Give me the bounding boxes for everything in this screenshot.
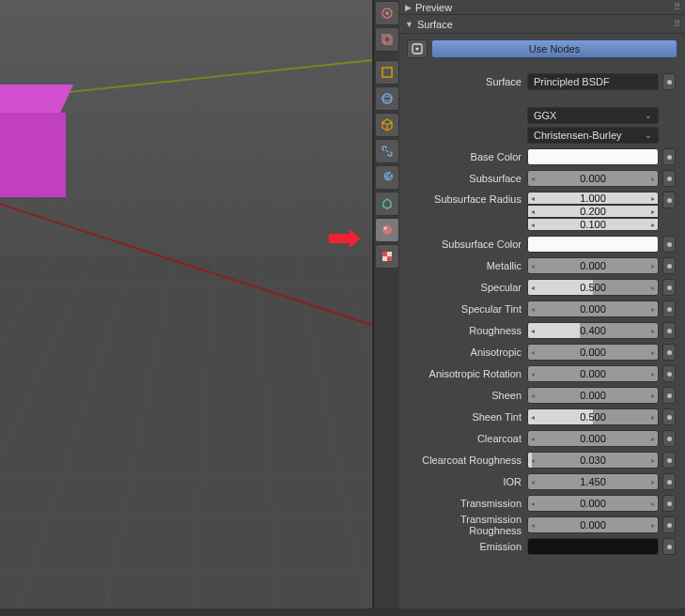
property-label: Specular — [409, 282, 527, 293]
chevron-right-icon: ▸ — [651, 262, 655, 270]
node-editor-button[interactable] — [407, 39, 428, 58]
svg-rect-3 — [384, 37, 392, 44]
chevron-left-icon: ◂ — [531, 305, 535, 314]
chevron-down-icon: ⌄ — [645, 131, 652, 140]
section-preview[interactable]: ▶ Preview ⠿ — [399, 0, 685, 15]
number-slider[interactable]: ◂0.500▸ — [527, 408, 659, 425]
number-slider[interactable]: ◂0.000▸ — [527, 257, 659, 274]
tab-constraints[interactable] — [375, 139, 399, 163]
number-slider[interactable]: ◂0.400▸ — [527, 322, 659, 339]
svg-rect-8 — [382, 252, 387, 256]
grip-icon[interactable]: ⠿ — [674, 19, 681, 29]
property-row: Transmission Roughness◂0.000▸ — [409, 516, 676, 533]
property-row: Clearcoat◂0.000▸ — [409, 430, 676, 447]
property-label: Subsurface — [409, 173, 527, 184]
property-row: Anisotropic Rotation◂0.000▸ — [409, 365, 676, 382]
svg-rect-4 — [382, 68, 392, 77]
tab-scene[interactable] — [375, 60, 399, 85]
tab-world[interactable] — [375, 86, 399, 111]
tab-data[interactable] — [375, 192, 399, 216]
chevron-right-icon: ▸ — [651, 370, 655, 378]
properties-tab-column — [373, 0, 399, 608]
grip-icon[interactable]: ⠿ — [674, 2, 681, 12]
viewport-3d[interactable] — [0, 0, 372, 608]
number-slider[interactable]: ◂0.000▸ — [527, 344, 659, 361]
property-label: Transmission — [409, 498, 527, 509]
section-label: Preview — [415, 2, 452, 13]
chevron-right-icon: ▸ — [651, 500, 655, 508]
chevron-right-icon: ▸ — [651, 478, 655, 486]
node-link-socket[interactable] — [662, 279, 676, 296]
color-swatch[interactable] — [527, 538, 659, 555]
node-link-socket[interactable] — [662, 408, 676, 425]
chevron-left-icon: ◂ — [531, 175, 535, 183]
property-row: Clearcoat Roughness◂0.030▸ — [409, 452, 676, 469]
svg-point-13 — [416, 48, 419, 51]
number-slider[interactable]: ◂0.100▸ — [527, 218, 659, 231]
number-slider[interactable]: ◂1.450▸ — [527, 473, 659, 490]
number-slider[interactable]: ◂0.000▸ — [527, 387, 659, 404]
node-link-socket[interactable] — [662, 452, 676, 469]
node-link-socket[interactable] — [662, 538, 676, 555]
node-link-socket[interactable] — [662, 430, 676, 447]
number-slider[interactable]: ◂0.030▸ — [527, 452, 659, 469]
value-text: 0.000 — [580, 303, 606, 315]
chevron-left-icon: ◂ — [531, 456, 535, 465]
number-slider[interactable]: ◂0.500▸ — [527, 279, 659, 296]
sss-method-select[interactable]: Christensen-Burley ⌄ — [527, 127, 659, 144]
chevron-right-icon: ▸ — [651, 175, 655, 183]
node-link-socket[interactable] — [662, 473, 676, 490]
node-link-socket[interactable] — [662, 170, 676, 187]
annotation-arrow-right — [329, 229, 361, 248]
node-link-socket[interactable] — [662, 73, 676, 90]
surface-shader-select[interactable]: Principled BSDF — [527, 73, 659, 90]
node-link-socket[interactable] — [662, 344, 676, 361]
surface-label: Surface — [409, 76, 527, 87]
tab-material[interactable] — [375, 218, 399, 242]
distribution-select[interactable]: GGX ⌄ — [527, 107, 659, 124]
node-link-socket[interactable] — [662, 322, 676, 339]
value-text: 0.000 — [580, 519, 606, 531]
chevron-right-icon: ▸ — [651, 348, 655, 357]
value-text: 0.000 — [580, 346, 606, 358]
section-surface[interactable]: ▼ Surface ⠿ — [399, 15, 685, 34]
cube-object[interactable] — [0, 85, 66, 178]
number-slider[interactable]: ◂0.000▸ — [527, 516, 659, 533]
number-slider[interactable]: ◂0.200▸ — [527, 205, 659, 218]
tab-object[interactable] — [375, 113, 399, 137]
number-slider[interactable]: ◂0.000▸ — [527, 365, 659, 382]
number-slider[interactable]: ◂1.000▸ — [527, 192, 659, 205]
chevron-right-icon: ▸ — [651, 435, 655, 443]
color-swatch[interactable] — [527, 236, 659, 253]
number-slider[interactable]: ◂0.000▸ — [527, 300, 659, 317]
number-slider[interactable]: ◂0.000▸ — [527, 430, 659, 447]
node-link-socket[interactable] — [662, 257, 676, 274]
number-slider[interactable]: ◂0.000▸ — [527, 170, 659, 187]
property-label: Transmission Roughness — [409, 514, 527, 536]
tab-render[interactable] — [375, 1, 399, 25]
chevron-left-icon: ◂ — [531, 521, 535, 530]
value-text: 0.000 — [580, 390, 606, 401]
color-swatch[interactable] — [527, 148, 659, 165]
chevron-right-icon: ▸ — [651, 284, 655, 292]
node-link-socket[interactable] — [662, 148, 676, 165]
node-link-socket[interactable] — [662, 387, 676, 404]
number-slider[interactable]: ◂0.000▸ — [527, 495, 659, 512]
chevron-right-icon: ▶ — [405, 3, 412, 12]
chevron-left-icon: ◂ — [531, 327, 535, 335]
use-nodes-button[interactable]: Use Nodes — [431, 39, 677, 58]
tab-modifiers[interactable] — [375, 165, 399, 190]
node-link-socket[interactable] — [662, 300, 676, 317]
tab-render-layers[interactable] — [375, 27, 399, 52]
node-link-socket[interactable] — [662, 192, 676, 208]
tab-texture[interactable] — [375, 244, 399, 269]
chevron-right-icon: ▸ — [651, 456, 655, 465]
svg-point-1 — [385, 11, 389, 15]
node-link-socket[interactable] — [662, 516, 676, 533]
section-label: Surface — [417, 19, 453, 30]
node-link-socket[interactable] — [662, 495, 676, 512]
node-link-socket[interactable] — [662, 365, 676, 382]
node-link-socket[interactable] — [662, 236, 676, 253]
property-row: Metallic◂0.000▸ — [409, 257, 676, 274]
property-row: Sheen Tint◂0.500▸ — [409, 408, 676, 425]
